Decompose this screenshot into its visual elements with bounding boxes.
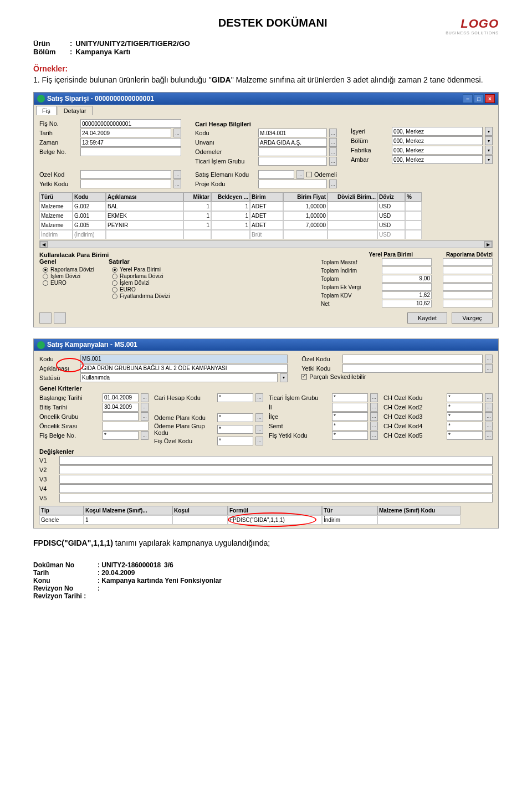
cari-kodu-input[interactable]: M.034.001 (258, 129, 327, 137)
scroll-right-icon[interactable]: ▶ (484, 241, 492, 248)
lookup-icon[interactable]: … (485, 393, 493, 402)
radio-option[interactable]: EURO (112, 286, 170, 293)
ch-ozel-kod5-input[interactable]: * (447, 431, 483, 440)
bolum-select[interactable]: 000, Merkez (392, 136, 483, 145)
table-row[interactable]: MalzemeG.001EKMEK11ADET1,00000USD (39, 211, 493, 220)
radio-option[interactable]: Raporlama Dövizi (43, 266, 94, 273)
radio-option[interactable]: İşlem Dövizi (112, 280, 170, 286)
lookup-icon[interactable]: … (141, 412, 149, 421)
zaman-input[interactable]: 13:59:47 (80, 138, 181, 147)
fis-belge-no-input[interactable]: * (103, 431, 139, 440)
bitis-input[interactable]: 30.04.2009 (103, 403, 139, 412)
lookup-icon[interactable]: … (370, 422, 378, 430)
fis-ozel-kod-input[interactable]: * (217, 437, 253, 445)
yetki-kodu-input[interactable] (342, 364, 483, 373)
ch-ozel-kod1-input[interactable]: * (447, 393, 483, 402)
lookup-icon[interactable]: … (296, 170, 304, 179)
statu-select[interactable]: Kullanımda (80, 373, 278, 382)
lookup-icon[interactable]: … (255, 425, 263, 434)
fis-no-input[interactable]: 0000000000000001 (80, 119, 181, 128)
date-picker-icon[interactable]: … (173, 129, 181, 137)
minimize-icon[interactable]: – (463, 94, 473, 103)
lookup-icon[interactable]: … (485, 403, 493, 412)
ch-ozel-kod4-input[interactable]: * (447, 422, 483, 430)
lookup-icon[interactable]: … (255, 393, 263, 402)
close-icon[interactable]: × (485, 94, 495, 103)
oncelik-grubu-input[interactable] (103, 412, 139, 421)
lookup-icon[interactable]: … (141, 403, 149, 412)
lookup-icon[interactable]: … (329, 129, 337, 137)
kaydet-button[interactable]: Kaydet (407, 312, 447, 324)
lookup-icon[interactable]: … (370, 403, 378, 412)
lookup-icon[interactable]: … (485, 431, 493, 440)
variable-input[interactable] (59, 484, 493, 493)
lookup-icon[interactable]: … (173, 179, 181, 188)
cari-unvan-input[interactable]: ARDA GIDA A.Ş. (258, 138, 327, 147)
isyeri-select[interactable]: 000, Merkez (392, 127, 483, 136)
lookup-icon[interactable]: … (141, 393, 149, 402)
chevron-down-icon[interactable]: ▾ (485, 146, 493, 155)
maximize-icon[interactable]: □ (474, 94, 484, 103)
lookup-icon[interactable]: … (329, 179, 337, 188)
fis-yetki-kodu-input[interactable]: * (332, 431, 368, 440)
lookup-icon[interactable]: … (329, 138, 337, 147)
variable-input[interactable] (59, 475, 493, 484)
chevron-down-icon[interactable]: ▾ (485, 136, 493, 145)
tarih-input[interactable]: 24.04.2009 (80, 129, 171, 137)
proje-kodu-input[interactable] (258, 179, 327, 188)
variable-input[interactable] (59, 465, 493, 474)
belge-input[interactable] (80, 147, 181, 156)
chevron-down-icon[interactable]: ▾ (485, 127, 493, 136)
radio-option[interactable]: Raporlama Dövizi (112, 273, 170, 279)
scroll-left-icon[interactable]: ◀ (40, 241, 48, 248)
ozel-kodu-input[interactable] (342, 355, 483, 363)
lookup-icon[interactable]: … (370, 393, 378, 402)
ambar-select[interactable]: 000, Merkez (392, 155, 483, 164)
horizontal-scrollbar[interactable]: ◀▶ (39, 240, 493, 248)
lookup-icon[interactable]: … (255, 437, 263, 445)
ch-ozel-kod3-input[interactable]: * (447, 412, 483, 421)
lookup-icon[interactable]: … (485, 422, 493, 430)
parcali-checkbox[interactable] (301, 374, 307, 379)
radio-option[interactable]: İşlem Dövizi (43, 273, 94, 279)
odemeli-checkbox[interactable] (306, 172, 312, 177)
ch-ozel-kod2-input[interactable]: * (447, 403, 483, 412)
table-row[interactable]: MalzemeG.002BAL11ADET1,00000USD (39, 202, 493, 211)
satis-eleman-input[interactable] (258, 170, 294, 179)
chevron-down-icon[interactable]: ▾ (280, 373, 288, 382)
lookup-icon[interactable]: … (329, 147, 337, 156)
ilce-input[interactable]: * (332, 412, 368, 421)
lookup-icon[interactable]: … (485, 355, 493, 363)
lookup-icon[interactable]: … (141, 431, 149, 440)
variable-input[interactable] (59, 494, 493, 502)
toolbar-icon[interactable] (39, 312, 52, 324)
odeme-plani-input[interactable]: * (217, 413, 253, 422)
tab-detaylar[interactable]: Detaylar (58, 106, 93, 115)
lookup-icon[interactable]: … (329, 157, 337, 166)
oncelik-sirasi-input[interactable] (103, 422, 149, 430)
variable-input[interactable] (59, 456, 493, 465)
yetki-kodu-input[interactable] (80, 179, 171, 188)
table-row[interactable]: MalzemeG.005PEYNIR11ADET7,00000USD (39, 220, 493, 230)
radio-option[interactable]: Fiyatlandırma Dövizi (112, 293, 170, 299)
kampanya-kodu-input[interactable]: MS.001 (80, 355, 288, 363)
cari-hesap-kodu-input[interactable]: * (217, 393, 253, 402)
lookup-icon[interactable]: … (173, 170, 181, 179)
toolbar-icon[interactable] (54, 312, 66, 324)
baslangic-input[interactable]: 01.04.2009 (103, 393, 139, 402)
ticari-islem-grubu-input[interactable]: * (332, 393, 368, 402)
radio-option[interactable]: EURO (43, 280, 94, 286)
tig-input[interactable] (258, 157, 327, 166)
aciklama-input[interactable]: GIDA ÜRÜN GRUBUNA BAĞLI 3 AL 2 ÖDE KAMPA… (80, 364, 288, 373)
lookup-icon[interactable]: … (370, 412, 378, 421)
lookup-icon[interactable]: … (370, 431, 378, 440)
odemeler-input[interactable] (258, 147, 327, 156)
il-input[interactable] (332, 403, 368, 412)
vazgec-button[interactable]: Vazgeç (452, 312, 493, 324)
lookup-icon[interactable]: … (485, 412, 493, 421)
ozel-kod-input[interactable] (80, 170, 171, 179)
tab-fis[interactable]: Fiş (36, 106, 57, 115)
odeme-plani-grup-input[interactable]: * (217, 425, 253, 434)
fabrika-select[interactable]: 000, Merkez (392, 146, 483, 155)
lookup-icon[interactable]: … (255, 413, 263, 422)
